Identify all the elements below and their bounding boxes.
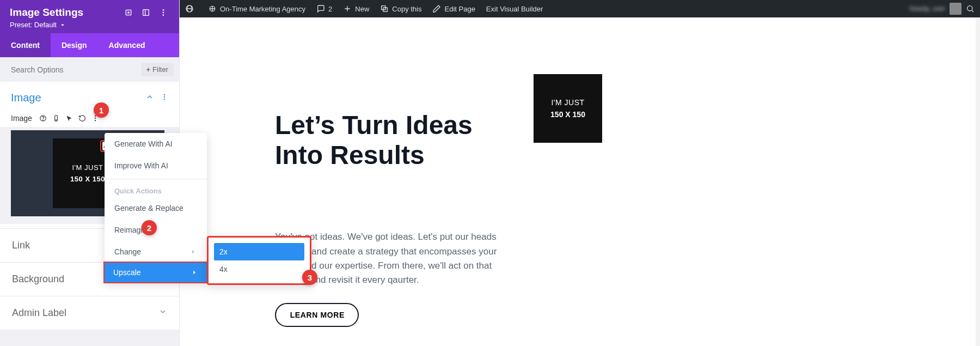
accordion-admin-label-text: Admin Label <box>12 307 66 319</box>
menu-improve[interactable]: Improve With AI <box>105 155 207 177</box>
edit-label: Edit Page <box>444 5 475 13</box>
menu-change[interactable]: Change <box>105 241 207 263</box>
svg-point-8 <box>163 9 164 11</box>
accordion-admin-label[interactable]: Admin Label <box>0 296 179 330</box>
preset-label: Preset: Default <box>10 21 57 29</box>
exit-visual-builder[interactable]: Exit Visual Builder <box>481 0 549 17</box>
avatar <box>950 3 961 15</box>
tab-advanced[interactable]: Advanced <box>98 33 156 57</box>
hover-icon[interactable] <box>64 113 75 124</box>
wp-logo[interactable] <box>180 0 203 17</box>
comments[interactable]: 2 <box>311 0 338 17</box>
tab-content[interactable]: Content <box>0 33 51 57</box>
new-label: New <box>355 5 369 13</box>
menu-generate-replace[interactable]: Generate & Replace <box>105 197 207 219</box>
search-row: +Filter <box>0 57 179 82</box>
search-input[interactable] <box>11 65 141 74</box>
responsive-icon[interactable] <box>122 7 134 19</box>
learn-more-button[interactable]: LEARN LEARN MORE <box>275 303 359 327</box>
svg-point-6 <box>128 12 130 14</box>
badge-2: 2 <box>142 220 157 235</box>
svg-point-19 <box>95 118 96 119</box>
section-more-icon[interactable] <box>161 93 168 103</box>
expand-icon[interactable] <box>140 7 152 19</box>
menu-upscale[interactable]: Upscale <box>103 262 208 283</box>
field-image-row: Image <box>0 110 179 127</box>
new-menu[interactable]: New <box>338 0 375 17</box>
svg-point-4 <box>967 6 972 11</box>
field-label: Image <box>11 114 32 123</box>
site-name-label: On-Time Marketing Agency <box>220 5 305 13</box>
svg-point-20 <box>95 120 96 121</box>
badge-1: 1 <box>94 102 109 118</box>
menu-change-label: Change <box>114 247 141 256</box>
wp-admin-bar: On-Time Marketing Agency 2 New Copy this… <box>180 0 980 17</box>
thumb-line1: I'M JUST <box>72 163 103 172</box>
svg-point-11 <box>164 94 165 95</box>
section-image-header[interactable]: Image <box>0 82 179 110</box>
submenu-4x[interactable]: 4x <box>214 260 304 278</box>
copy-this[interactable]: Copy this <box>375 0 427 17</box>
site-name[interactable]: On-Time Marketing Agency <box>203 0 311 17</box>
filter-button[interactable]: +Filter <box>141 63 174 76</box>
badge-3: 3 <box>302 270 317 285</box>
section-title: Image <box>11 92 139 104</box>
reset-icon[interactable] <box>77 113 88 124</box>
hero: Let’s Turn Ideas Into Results You've got… <box>275 110 514 327</box>
svg-point-17 <box>56 120 56 120</box>
thumb-line2: 150 X 150 <box>70 175 105 183</box>
exit-label: Exit Visual Builder <box>486 5 543 13</box>
preview-image-module[interactable]: I'M JUST 150 X 150 <box>534 74 602 143</box>
device-icon[interactable] <box>51 113 62 124</box>
svg-point-12 <box>164 96 165 97</box>
accordion-link-label: Link <box>12 240 30 251</box>
panel-header: Image Settings Preset: Default <box>0 0 179 33</box>
scrollbar[interactable] <box>976 17 980 346</box>
comment-count: 2 <box>328 5 332 13</box>
svg-point-9 <box>163 12 164 14</box>
user-menu[interactable]: Howdy, user <box>909 3 980 15</box>
svg-point-13 <box>164 98 165 99</box>
chevron-down-icon <box>158 307 167 319</box>
filter-label: Filter <box>152 65 168 74</box>
menu-upscale-label: Upscale <box>113 268 141 277</box>
panel-tabs: Content Design Advanced <box>0 33 179 57</box>
svg-point-15 <box>43 120 44 120</box>
collapse-icon[interactable] <box>145 93 154 104</box>
submenu-2x[interactable]: 2x <box>214 243 304 260</box>
menu-separator <box>105 179 207 179</box>
svg-rect-7 <box>143 10 149 16</box>
copy-label: Copy this <box>392 5 421 13</box>
svg-point-10 <box>163 14 164 16</box>
menu-group-quick: Quick Actions <box>105 181 207 197</box>
hero-heading: Let’s Turn Ideas Into Results <box>275 110 514 170</box>
tab-design[interactable]: Design <box>51 33 98 57</box>
help-icon[interactable] <box>38 113 48 124</box>
upscale-submenu: 2x 4x <box>207 236 311 285</box>
preset-selector[interactable]: Preset: Default <box>10 21 169 29</box>
page-preview: Let’s Turn Ideas Into Results You've got… <box>180 17 980 346</box>
ai-context-menu: Generate With AI Improve With AI Quick A… <box>105 133 207 282</box>
edit-page[interactable]: Edit Page <box>427 0 480 17</box>
preview-thumb-line1: I'M JUST <box>551 98 584 107</box>
preview-thumb-line2: 150 X 150 <box>550 110 585 119</box>
accordion-background-label: Background <box>12 274 64 285</box>
menu-generate[interactable]: Generate With AI <box>105 133 207 155</box>
more-icon[interactable] <box>157 7 169 19</box>
panel-title: Image Settings <box>10 7 117 19</box>
svg-rect-5 <box>126 10 131 15</box>
